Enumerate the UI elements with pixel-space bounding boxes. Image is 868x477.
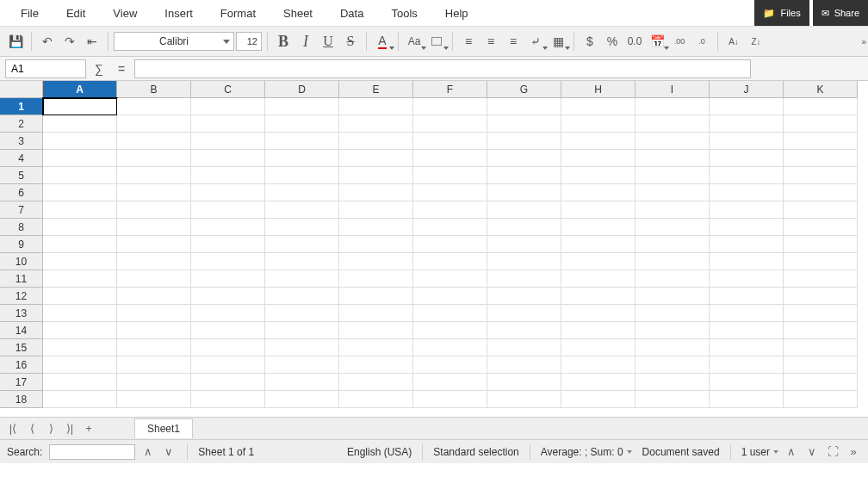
cell-K8[interactable] [784,219,858,236]
currency-button[interactable]: $ [580,31,600,52]
zoom-out-icon[interactable]: ∧ [784,444,799,460]
cell-D5[interactable] [265,167,339,184]
cell-G13[interactable] [487,305,561,322]
cell-B4[interactable] [117,150,191,167]
user-count[interactable]: 1 user [741,446,778,458]
menu-help[interactable]: Help [431,2,482,25]
cell-H17[interactable] [561,374,636,391]
cell-C15[interactable] [191,339,265,356]
column-header-F[interactable]: F [413,81,487,98]
files-button[interactable]: 📁 Files [754,0,809,26]
cell-K5[interactable] [784,167,858,184]
row-header-7[interactable]: 7 [0,201,43,219]
cell-E3[interactable] [339,133,413,150]
cell-A5[interactable] [43,167,117,184]
cell-C13[interactable] [191,305,265,322]
redo-icon[interactable]: ↷ [59,31,80,52]
cell-C17[interactable] [191,374,265,391]
menu-data[interactable]: Data [326,2,377,25]
equals-icon[interactable]: = [112,59,131,78]
last-sheet-button[interactable]: ⟩| [62,421,78,437]
cell-B5[interactable] [117,167,191,184]
column-header-B[interactable]: B [117,81,191,98]
cell-J8[interactable] [710,219,784,236]
cell-F16[interactable] [413,356,487,374]
cell-stats[interactable]: Average: ; Sum: 0 [541,446,632,458]
cell-J12[interactable] [710,288,784,305]
cell-A11[interactable] [43,270,117,288]
strikethrough-button[interactable]: S [340,31,361,52]
cell-J18[interactable] [710,391,784,408]
cell-F4[interactable] [413,150,487,167]
cell-A16[interactable] [43,356,117,374]
name-box[interactable] [5,59,86,78]
row-header-5[interactable]: 5 [0,167,43,184]
cell-A8[interactable] [43,219,117,236]
cell-A2[interactable] [43,115,117,133]
cell-E4[interactable] [339,150,413,167]
cell-D18[interactable] [265,391,339,408]
underline-button[interactable]: U [318,31,338,52]
cell-D10[interactable] [265,253,339,270]
cell-I11[interactable] [636,270,710,288]
cell-G1[interactable] [487,98,561,115]
cell-F6[interactable] [413,184,487,201]
cell-K13[interactable] [784,305,858,322]
row-header-11[interactable]: 11 [0,270,43,288]
cell-J1[interactable] [710,98,784,115]
row-header-2[interactable]: 2 [0,115,43,133]
cell-K14[interactable] [784,322,858,339]
percent-button[interactable]: % [602,31,623,52]
cell-F13[interactable] [413,305,487,322]
undo-icon[interactable]: ↶ [37,31,58,52]
cell-C2[interactable] [191,115,265,133]
cell-G11[interactable] [487,270,561,288]
cell-K10[interactable] [784,253,858,270]
increase-decimal-button[interactable]: .00 [669,31,690,52]
cell-F15[interactable] [413,339,487,356]
cell-G15[interactable] [487,339,561,356]
cell-G8[interactable] [487,219,561,236]
first-sheet-button[interactable]: |⟨ [5,421,21,437]
cell-B3[interactable] [117,133,191,150]
cell-K7[interactable] [784,201,858,219]
cell-A6[interactable] [43,184,117,201]
cell-D14[interactable] [265,322,339,339]
column-header-C[interactable]: C [191,81,265,98]
cell-D13[interactable] [265,305,339,322]
cell-A9[interactable] [43,236,117,253]
cell-F9[interactable] [413,236,487,253]
cell-G7[interactable] [487,201,561,219]
cell-C12[interactable] [191,288,265,305]
cell-D15[interactable] [265,339,339,356]
decrease-decimal-button[interactable]: .0 [691,31,712,52]
cell-C8[interactable] [191,219,265,236]
cell-E15[interactable] [339,339,413,356]
cell-J4[interactable] [710,150,784,167]
cell-J16[interactable] [710,356,784,374]
cell-J5[interactable] [710,167,784,184]
cell-D2[interactable] [265,115,339,133]
cell-K11[interactable] [784,270,858,288]
cell-J11[interactable] [710,270,784,288]
share-button[interactable]: ✉ Share [813,0,868,26]
menu-insert[interactable]: Insert [151,2,207,25]
cell-I5[interactable] [636,167,710,184]
cell-B2[interactable] [117,115,191,133]
menu-edit[interactable]: Edit [53,2,99,25]
search-input[interactable] [49,444,135,460]
cell-G14[interactable] [487,322,561,339]
cell-K12[interactable] [784,288,858,305]
toolbar-expand-icon[interactable]: » [861,37,866,46]
bold-button[interactable]: B [273,31,294,52]
cell-D16[interactable] [265,356,339,374]
cell-H5[interactable] [561,167,636,184]
font-size-select[interactable]: 12 [236,32,262,51]
cell-I2[interactable] [636,115,710,133]
cell-I18[interactable] [636,391,710,408]
cell-E9[interactable] [339,236,413,253]
cell-F18[interactable] [413,391,487,408]
cell-K17[interactable] [784,374,858,391]
row-header-16[interactable]: 16 [0,356,43,374]
cell-F3[interactable] [413,133,487,150]
